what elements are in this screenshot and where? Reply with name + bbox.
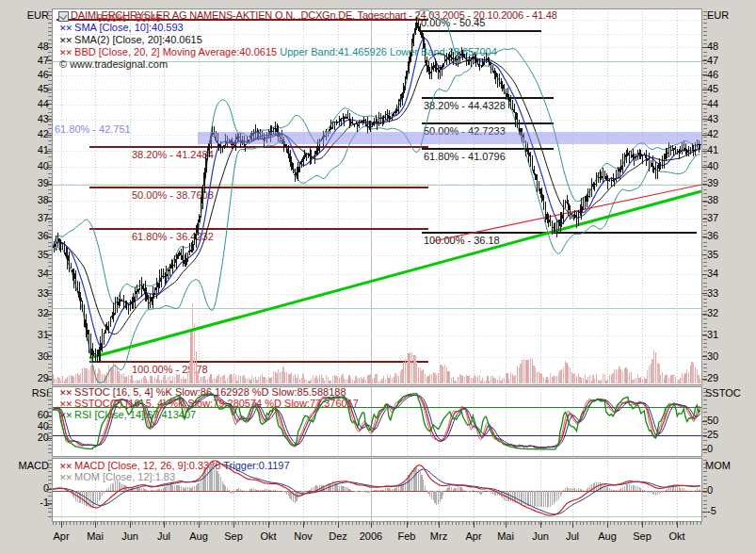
chart-canvas[interactable] [0,0,756,554]
tradesignal-chart-window: EUR EUR DAIMLERCHRYSLER AG NAMENS-AKTIEN… [0,0,756,554]
